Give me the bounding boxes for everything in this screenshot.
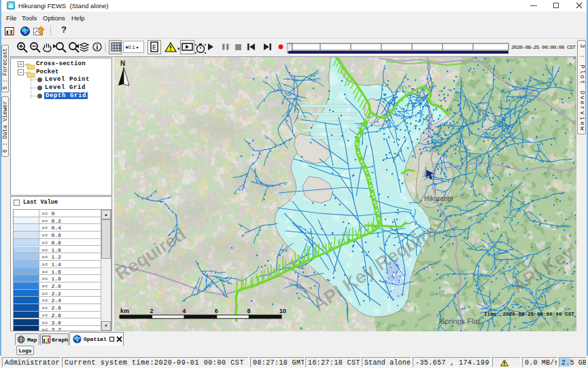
svg-text:E: E: [152, 44, 156, 52]
svg-text:4: 4: [182, 308, 186, 314]
svg-text:Hikurangi: Hikurangi: [424, 195, 453, 202]
svg-text:Time: 2020-08-25 00:00:00 CST: Time: 2020-08-25 00:00:00 CST: [484, 312, 574, 317]
svg-text:10: 10: [279, 308, 286, 314]
svg-text:2: 2: [150, 308, 154, 314]
svg-text:Springs Flat: Springs Flat: [440, 317, 480, 325]
svg-text:SH 1: SH 1: [425, 117, 432, 130]
svg-text:8: 8: [247, 308, 250, 314]
svg-text:km: km: [120, 308, 129, 314]
svg-text:N: N: [120, 60, 125, 67]
svg-text:6: 6: [215, 308, 218, 314]
